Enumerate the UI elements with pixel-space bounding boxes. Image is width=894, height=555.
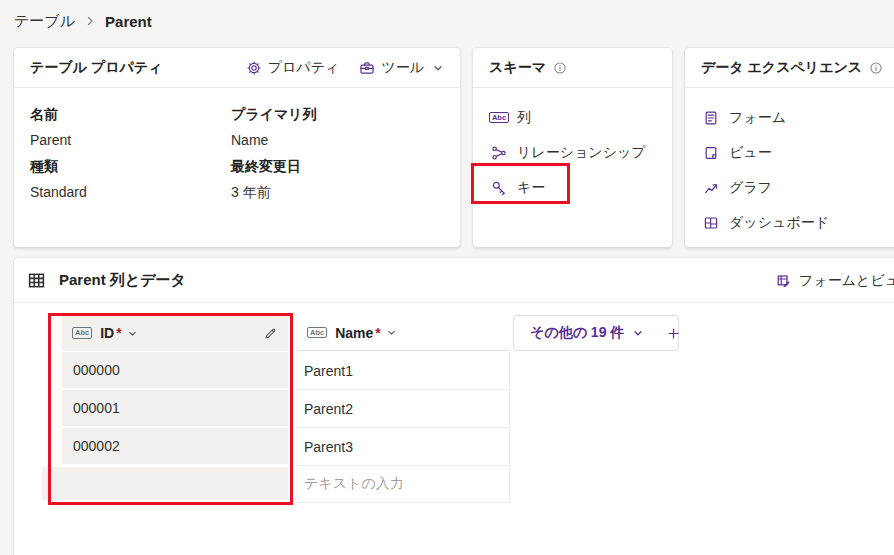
grid-cell-id-new[interactable] xyxy=(42,467,288,500)
field-value: Standard xyxy=(30,180,231,206)
grid-cell-id[interactable]: 000002 xyxy=(62,428,288,464)
column-name: Name xyxy=(335,325,373,341)
breadcrumb-current-table: Parent xyxy=(105,13,152,30)
schema-item-label: キー xyxy=(517,179,545,197)
schema-item-label: 列 xyxy=(517,109,531,127)
more-columns-dropdown[interactable]: その他の 19 件 xyxy=(530,324,624,342)
schema-card: スキーマ Abc 列 リレーションシップ キー xyxy=(473,48,672,247)
columns-and-data-header: Parent 列とデータ フォームとビュー xyxy=(14,258,894,303)
table-properties-body: 名前 Parent 種類 Standard プライマリ列 Name 最終変更日 … xyxy=(14,88,460,247)
key-icon xyxy=(490,180,508,196)
tools-button[interactable]: ツール xyxy=(359,59,444,77)
chevron-down-icon xyxy=(432,62,444,74)
field-label: プライマリ列 xyxy=(231,102,432,128)
chevron-right-icon xyxy=(84,15,96,27)
tools-button-label: ツール xyxy=(381,59,424,77)
chart-icon xyxy=(702,180,720,196)
table-properties-title: テーブル プロパティ xyxy=(30,59,163,77)
table-hub-page: テーブル Parent テーブル プロパティ プロパティ ツール xyxy=(0,0,894,555)
properties-button-label: プロパティ xyxy=(268,59,340,77)
experience-item-charts[interactable]: グラフ xyxy=(702,170,892,205)
data-experiences-title: データ エクスペリエンス xyxy=(701,59,862,77)
data-experiences-header: データ エクスペリエンス xyxy=(685,48,894,88)
experience-item-views[interactable]: ビュー xyxy=(702,135,892,170)
breadcrumb: テーブル Parent xyxy=(14,10,152,32)
chevron-down-icon[interactable] xyxy=(632,327,644,339)
view-icon xyxy=(702,145,720,161)
breadcrumb-tables-link[interactable]: テーブル xyxy=(14,12,75,31)
experience-item-label: フォーム xyxy=(729,109,786,127)
abc-icon: Abc xyxy=(72,327,92,339)
grid-cell-name[interactable]: Parent2 xyxy=(297,390,510,428)
table-properties-header: テーブル プロパティ プロパティ ツール xyxy=(14,48,460,88)
plus-icon[interactable] xyxy=(664,324,683,343)
experience-item-forms[interactable]: フォーム xyxy=(702,100,892,135)
grid-cell-id[interactable]: 000001 xyxy=(62,390,288,426)
table-properties-actions: プロパティ ツール xyxy=(246,59,444,77)
pencil-icon[interactable] xyxy=(263,326,278,341)
abc-icon: Abc xyxy=(307,327,327,339)
schema-items: Abc 列 リレーションシップ キー xyxy=(473,88,672,247)
field-value: Parent xyxy=(30,128,231,154)
experience-item-label: ビュー xyxy=(729,144,772,162)
field-value: 3 年前 xyxy=(231,180,432,206)
field-label: 名前 xyxy=(30,102,231,128)
relationship-icon xyxy=(490,145,508,161)
schema-header: スキーマ xyxy=(473,48,672,88)
form-view-icon xyxy=(776,273,792,289)
grid-cell-id[interactable]: 000000 xyxy=(62,352,288,388)
required-marker: * xyxy=(375,325,380,341)
schema-item-label: リレーションシップ xyxy=(517,144,646,162)
data-experiences-items: フォーム ビュー グラフ ダッシュボード xyxy=(685,88,894,247)
chevron-down-icon xyxy=(127,328,138,339)
schema-title: スキーマ xyxy=(489,59,546,77)
column-header-name[interactable]: Abc Name * xyxy=(297,315,510,351)
more-columns-group: その他の 19 件 xyxy=(513,315,679,351)
grid-cell-name[interactable]: Parent3 xyxy=(297,428,510,466)
new-row-name-input[interactable]: テキストの入力 xyxy=(297,466,510,503)
field-label: 最終変更日 xyxy=(231,154,432,180)
dashboard-icon xyxy=(702,215,720,231)
toolbox-icon xyxy=(359,60,375,76)
schema-item-keys[interactable]: キー xyxy=(490,170,664,205)
forms-and-views-link[interactable]: フォームとビュー xyxy=(776,258,894,303)
column-name: ID xyxy=(100,325,114,341)
properties-button[interactable]: プロパティ xyxy=(246,59,340,77)
data-experiences-card: データ エクスペリエンス フォーム ビュー xyxy=(685,48,894,247)
experience-item-label: グラフ xyxy=(729,179,772,197)
grid-cell-name[interactable]: Parent1 xyxy=(297,352,510,390)
required-marker: * xyxy=(116,325,121,341)
abc-icon: Abc xyxy=(490,112,508,124)
gear-icon xyxy=(246,60,262,76)
columns-and-data-card: Parent 列とデータ フォームとビュー Abc ID * 000000 00… xyxy=(14,258,894,555)
columns-and-data-title: Parent 列とデータ xyxy=(59,271,186,290)
info-icon[interactable] xyxy=(553,61,567,75)
info-icon[interactable] xyxy=(869,61,883,75)
experience-item-label: ダッシュボード xyxy=(729,214,829,232)
experience-item-dashboards[interactable]: ダッシュボード xyxy=(702,205,892,240)
forms-and-views-label: フォームとビュー xyxy=(799,272,894,290)
schema-item-relationships[interactable]: リレーションシップ xyxy=(490,135,664,170)
field-label: 種類 xyxy=(30,154,231,180)
schema-item-columns[interactable]: Abc 列 xyxy=(490,100,664,135)
column-header-id[interactable]: Abc ID * xyxy=(62,315,288,351)
table-properties-card: テーブル プロパティ プロパティ ツール xyxy=(14,48,460,247)
table-icon xyxy=(27,271,46,290)
form-icon xyxy=(702,110,720,126)
chevron-down-icon xyxy=(386,327,397,338)
field-value: Name xyxy=(231,128,432,154)
